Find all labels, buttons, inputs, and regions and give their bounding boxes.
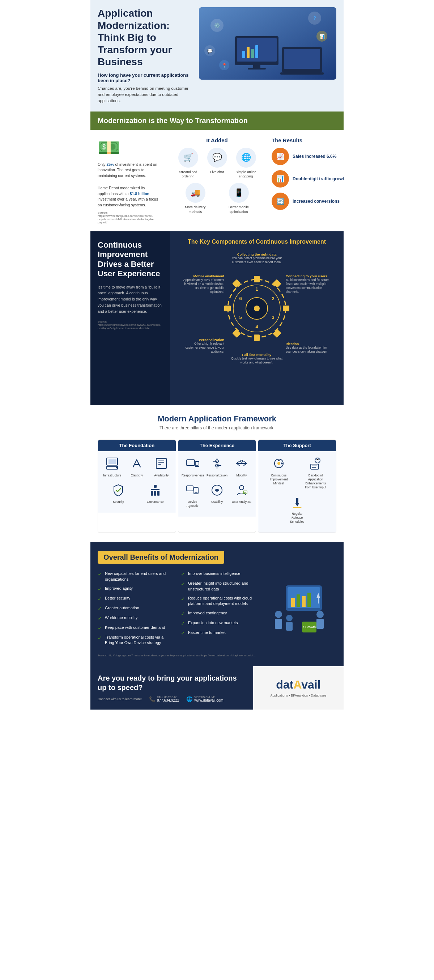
check-icon-13: ✓ xyxy=(181,630,185,636)
datavail-tagline: Applications • BI/Analytics • Databases xyxy=(271,694,326,697)
check-icon-3: ✓ xyxy=(98,596,102,602)
benefit-13: ✓ Faster time to market xyxy=(181,630,257,636)
added-item-delivery: 🚚 More delivery methods xyxy=(181,183,210,214)
footer-phone: 📞 CALL US TODAY 877.634.9222 xyxy=(149,696,179,702)
benefit-text-8: Improve business intelligence xyxy=(188,571,240,576)
traffic-icon: 📊 xyxy=(272,170,289,188)
added-item-ordering: 🛒 Streamlined ordering xyxy=(174,148,203,179)
svg-rect-18 xyxy=(242,51,245,58)
svg-text:?: ? xyxy=(313,15,316,21)
foundation-item-governance: Governance xyxy=(144,482,166,504)
maf-pillars: The Foundation Infrastructure Elasticity xyxy=(98,439,336,533)
benefit-1: ✓ New capabilities for end users and org… xyxy=(98,571,174,582)
svg-rect-54 xyxy=(187,460,195,466)
ci-comp-5: Personalization Offer a highly relevant … xyxy=(181,338,224,354)
svg-rect-89 xyxy=(317,619,324,629)
release-label: Regular Release Schedules xyxy=(287,512,308,524)
svg-rect-33 xyxy=(232,329,241,338)
ci-mindset-label: Continuous Improvement Mindset xyxy=(268,474,290,485)
svg-text:3: 3 xyxy=(272,315,274,320)
svg-point-84 xyxy=(275,611,282,618)
benefit-10: ✓ Reduce operational costs with cloud pl… xyxy=(181,595,257,607)
shopping-icon: 🌐 xyxy=(236,148,256,168)
ci-description: It's time to move away from a "build it … xyxy=(98,284,163,315)
svg-text:💬: 💬 xyxy=(207,48,213,54)
elasticity-label: Elasticity xyxy=(126,474,147,477)
user-analytics-icon xyxy=(233,482,250,498)
livechat-label: Live chat xyxy=(203,170,231,174)
modernization-title: Modernization is the Way to Transformati… xyxy=(98,116,248,124)
svg-text:↑ Growth: ↑ Growth xyxy=(303,625,316,629)
benefit-text-11: Improved contingency xyxy=(188,610,227,616)
svg-point-63 xyxy=(241,460,243,462)
phone-label: CALL US TODAY xyxy=(157,696,179,698)
results-title: The Results xyxy=(272,137,344,143)
mod-right: It Added 🛒 Streamlined ordering 💬 Live c… xyxy=(174,137,344,224)
benefit-text-1: New capabilities for end users and organ… xyxy=(105,571,174,582)
delivery-label: More delivery methods xyxy=(181,205,210,214)
added-icons-row-2: 🚚 More delivery methods 📱 Better mobile … xyxy=(174,183,260,214)
svg-point-72 xyxy=(277,462,280,465)
svg-rect-50 xyxy=(151,489,160,490)
svg-rect-45 xyxy=(156,458,166,468)
benefits-illustration: ↑ Growth xyxy=(264,571,336,649)
foundation-item-security: Security xyxy=(108,482,129,504)
svg-rect-64 xyxy=(187,486,193,491)
ci-section: Continuous Improvement Drives a Better U… xyxy=(90,231,344,405)
ci-comp-4: Fail-fast mentality Quickly test new cha… xyxy=(230,353,284,364)
exp-item-usability: Usability xyxy=(206,482,228,508)
exp-item-device: Device Agnostic xyxy=(182,482,203,508)
svg-rect-32 xyxy=(273,329,281,338)
logo-accent: A xyxy=(293,678,301,691)
experience-row-1: Responsiveness Personalization Mobility xyxy=(181,455,253,477)
benefit-5: ✓ Workforce mobility xyxy=(98,615,174,621)
page-title: Application Modernization: Think Big to … xyxy=(98,7,195,68)
sales-icon: 📈 xyxy=(272,148,289,165)
maf-subtitle: There are three pillars of the modern ap… xyxy=(98,425,336,430)
benefit-12: ✓ Expansion into new markets xyxy=(181,620,257,626)
benefits-left: ✓ New capabilities for end users and org… xyxy=(98,571,174,649)
usability-icon xyxy=(209,482,225,498)
benefit-text-7: Transform operational costs via a Bring … xyxy=(105,635,174,646)
ordering-icon: 🛒 xyxy=(178,148,198,168)
header-description: Chances are, you're behind on meeting cu… xyxy=(98,86,195,104)
header-text: Application Modernization: Think Big to … xyxy=(98,7,195,104)
device-agnostic-icon xyxy=(184,482,201,498)
check-icon-1: ✓ xyxy=(98,571,102,577)
personalization-label: Personalization xyxy=(206,474,228,477)
mod-left-text2: Home Depot modernized its applications w… xyxy=(98,185,159,208)
footer-connect-label: Connect with us to learn more! xyxy=(98,697,142,701)
svg-rect-30 xyxy=(273,279,281,288)
check-icon-6: ✓ xyxy=(98,625,102,631)
added-item-mobile: 📱 Better mobile optimization xyxy=(224,183,253,214)
footer-left: Are you ready to bring your applications… xyxy=(90,666,253,710)
modernization-header: Modernization is the Way to Transformati… xyxy=(90,111,344,130)
svg-rect-85 xyxy=(275,619,282,629)
result-sales: 📈 Sales increased 6.6% xyxy=(272,148,344,165)
svg-rect-52 xyxy=(154,491,156,496)
infra-label: Infrastructure xyxy=(101,474,123,477)
website-label: VISIT US ONLINE xyxy=(194,696,223,698)
website-url: www.datavail.com xyxy=(194,698,223,702)
pillar-support-body: Continuous Improvement Mindset Backlog o… xyxy=(258,451,336,533)
maf-title: Modern Application Framework xyxy=(98,414,336,423)
header-section: Application Modernization: Think Big to … xyxy=(90,0,344,111)
mod-added-results: It Added 🛒 Streamlined ordering 💬 Live c… xyxy=(174,137,344,218)
header-svg: ⚙️ ? 📊 💬 📍 xyxy=(199,7,336,80)
benefit-2: ✓ Improved agility xyxy=(98,586,174,592)
ci-title: Continuous Improvement Drives a Better U… xyxy=(98,240,163,279)
svg-point-42 xyxy=(116,468,117,468)
footer-website: 🌐 VISIT US ONLINE www.datavail.com xyxy=(186,696,223,702)
benefit-3: ✓ Better security xyxy=(98,595,174,602)
svg-text:📍: 📍 xyxy=(222,63,227,68)
benefit-text-9: Greater insight into structured and unst… xyxy=(188,581,257,592)
benefits-svg: ↑ Growth xyxy=(264,571,336,643)
svg-text:⚙️: ⚙️ xyxy=(214,22,221,29)
availability-icon xyxy=(154,455,169,472)
check-icon-8: ✓ xyxy=(181,571,185,577)
svg-rect-19 xyxy=(247,47,250,58)
backlog-label: Backlog of Application Enhancements from… xyxy=(305,474,326,490)
added-icons-row-1: 🛒 Streamlined ordering 💬 Live chat 🌐 Sim… xyxy=(174,148,260,179)
ci-comp-2: Connecting to your users Build connectio… xyxy=(286,274,333,294)
governance-label: Governance xyxy=(144,500,166,504)
